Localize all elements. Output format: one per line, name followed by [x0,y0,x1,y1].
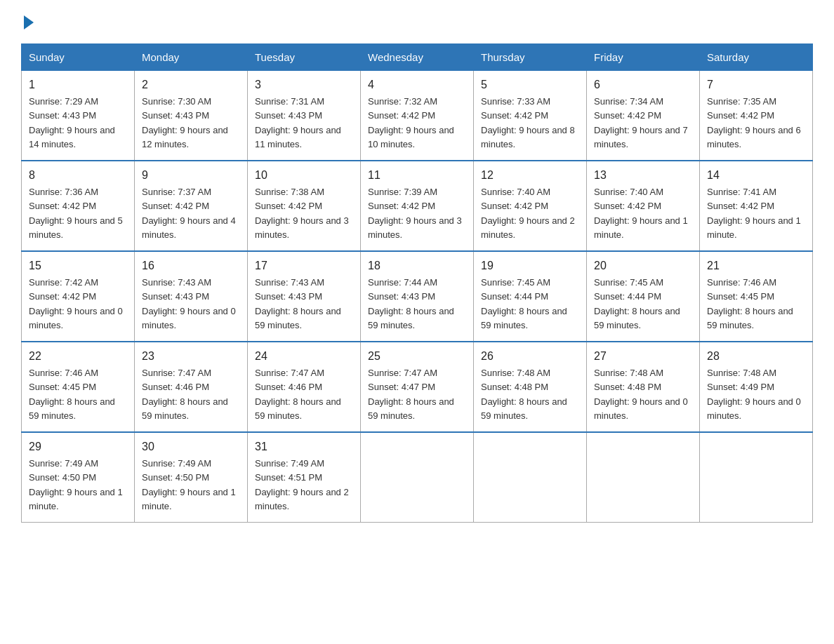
day-number: 5 [481,76,579,93]
calendar-cell [474,432,587,523]
week-row-4: 22 Sunrise: 7:46 AMSunset: 4:45 PMDaylig… [22,342,813,432]
calendar-cell: 31 Sunrise: 7:49 AMSunset: 4:51 PMDaylig… [248,432,361,523]
day-info: Sunrise: 7:46 AMSunset: 4:45 PMDaylight:… [29,368,115,421]
calendar-cell: 10 Sunrise: 7:38 AMSunset: 4:42 PMDaylig… [248,161,361,251]
day-number: 20 [594,257,692,274]
day-number: 4 [368,76,466,93]
day-info: Sunrise: 7:43 AMSunset: 4:43 PMDaylight:… [255,277,341,330]
page-header [21,14,813,29]
day-info: Sunrise: 7:46 AMSunset: 4:45 PMDaylight:… [707,277,793,330]
day-number: 2 [142,76,240,93]
calendar-cell: 28 Sunrise: 7:48 AMSunset: 4:49 PMDaylig… [700,342,813,432]
header-friday: Friday [587,44,700,71]
calendar-cell: 14 Sunrise: 7:41 AMSunset: 4:42 PMDaylig… [700,161,813,251]
calendar-cell: 9 Sunrise: 7:37 AMSunset: 4:42 PMDayligh… [135,161,248,251]
week-row-5: 29 Sunrise: 7:49 AMSunset: 4:50 PMDaylig… [22,432,813,523]
day-number: 27 [594,348,692,365]
day-info: Sunrise: 7:43 AMSunset: 4:43 PMDaylight:… [142,277,236,330]
header-thursday: Thursday [474,44,587,71]
day-number: 9 [142,167,240,184]
day-number: 22 [29,348,127,365]
day-number: 30 [142,438,240,455]
calendar-cell: 26 Sunrise: 7:48 AMSunset: 4:48 PMDaylig… [474,342,587,432]
day-info: Sunrise: 7:40 AMSunset: 4:42 PMDaylight:… [594,187,688,240]
calendar-cell: 4 Sunrise: 7:32 AMSunset: 4:42 PMDayligh… [361,71,474,161]
week-row-2: 8 Sunrise: 7:36 AMSunset: 4:42 PMDayligh… [22,161,813,251]
calendar-cell: 1 Sunrise: 7:29 AMSunset: 4:43 PMDayligh… [22,71,135,161]
day-info: Sunrise: 7:33 AMSunset: 4:42 PMDaylight:… [481,96,575,149]
day-info: Sunrise: 7:49 AMSunset: 4:50 PMDaylight:… [29,458,123,511]
day-number: 18 [368,257,466,274]
day-info: Sunrise: 7:41 AMSunset: 4:42 PMDaylight:… [707,187,801,240]
week-row-3: 15 Sunrise: 7:42 AMSunset: 4:42 PMDaylig… [22,251,813,342]
calendar-body: 1 Sunrise: 7:29 AMSunset: 4:43 PMDayligh… [22,71,813,523]
calendar-cell: 21 Sunrise: 7:46 AMSunset: 4:45 PMDaylig… [700,251,813,342]
day-info: Sunrise: 7:30 AMSunset: 4:43 PMDaylight:… [142,96,228,149]
day-info: Sunrise: 7:47 AMSunset: 4:46 PMDaylight:… [142,368,228,421]
day-number: 6 [594,76,692,93]
day-info: Sunrise: 7:31 AMSunset: 4:43 PMDaylight:… [255,96,341,149]
calendar-cell: 29 Sunrise: 7:49 AMSunset: 4:50 PMDaylig… [22,432,135,523]
week-row-1: 1 Sunrise: 7:29 AMSunset: 4:43 PMDayligh… [22,71,813,161]
day-info: Sunrise: 7:44 AMSunset: 4:43 PMDaylight:… [368,277,454,330]
calendar-cell: 8 Sunrise: 7:36 AMSunset: 4:42 PMDayligh… [22,161,135,251]
day-number: 19 [481,257,579,274]
day-info: Sunrise: 7:38 AMSunset: 4:42 PMDaylight:… [255,187,349,240]
day-info: Sunrise: 7:47 AMSunset: 4:47 PMDaylight:… [368,368,454,421]
calendar-cell: 18 Sunrise: 7:44 AMSunset: 4:43 PMDaylig… [361,251,474,342]
day-number: 17 [255,257,353,274]
calendar-cell: 24 Sunrise: 7:47 AMSunset: 4:46 PMDaylig… [248,342,361,432]
day-number: 14 [707,167,805,184]
day-number: 25 [368,348,466,365]
day-number: 3 [255,76,353,93]
logo [21,14,34,29]
day-number: 28 [707,348,805,365]
day-info: Sunrise: 7:37 AMSunset: 4:42 PMDaylight:… [142,187,236,240]
day-info: Sunrise: 7:29 AMSunset: 4:43 PMDaylight:… [29,96,115,149]
calendar-cell: 6 Sunrise: 7:34 AMSunset: 4:42 PMDayligh… [587,71,700,161]
calendar-cell: 3 Sunrise: 7:31 AMSunset: 4:43 PMDayligh… [248,71,361,161]
header-saturday: Saturday [700,44,813,71]
header-tuesday: Tuesday [248,44,361,71]
calendar-cell: 7 Sunrise: 7:35 AMSunset: 4:42 PMDayligh… [700,71,813,161]
calendar-cell: 22 Sunrise: 7:46 AMSunset: 4:45 PMDaylig… [22,342,135,432]
calendar-cell: 15 Sunrise: 7:42 AMSunset: 4:42 PMDaylig… [22,251,135,342]
day-info: Sunrise: 7:32 AMSunset: 4:42 PMDaylight:… [368,96,454,149]
day-info: Sunrise: 7:35 AMSunset: 4:42 PMDaylight:… [707,96,801,149]
calendar-cell: 13 Sunrise: 7:40 AMSunset: 4:42 PMDaylig… [587,161,700,251]
day-number: 15 [29,257,127,274]
day-number: 11 [368,167,466,184]
day-number: 23 [142,348,240,365]
day-info: Sunrise: 7:34 AMSunset: 4:42 PMDaylight:… [594,96,688,149]
day-number: 1 [29,76,127,93]
day-number: 24 [255,348,353,365]
day-number: 10 [255,167,353,184]
day-number: 31 [255,438,353,455]
day-info: Sunrise: 7:42 AMSunset: 4:42 PMDaylight:… [29,277,123,330]
day-number: 12 [481,167,579,184]
calendar-cell: 27 Sunrise: 7:48 AMSunset: 4:48 PMDaylig… [587,342,700,432]
day-info: Sunrise: 7:39 AMSunset: 4:42 PMDaylight:… [368,187,462,240]
header-sunday: Sunday [22,44,135,71]
calendar-cell: 25 Sunrise: 7:47 AMSunset: 4:47 PMDaylig… [361,342,474,432]
day-info: Sunrise: 7:48 AMSunset: 4:49 PMDaylight:… [707,368,801,421]
day-number: 16 [142,257,240,274]
day-number: 8 [29,167,127,184]
day-info: Sunrise: 7:47 AMSunset: 4:46 PMDaylight:… [255,368,341,421]
day-number: 21 [707,257,805,274]
header-row: SundayMondayTuesdayWednesdayThursdayFrid… [22,44,813,71]
day-info: Sunrise: 7:45 AMSunset: 4:44 PMDaylight:… [594,277,680,330]
day-number: 7 [707,76,805,93]
day-info: Sunrise: 7:45 AMSunset: 4:44 PMDaylight:… [481,277,567,330]
calendar-cell: 11 Sunrise: 7:39 AMSunset: 4:42 PMDaylig… [361,161,474,251]
logo-arrow-icon [24,15,34,29]
calendar-cell [587,432,700,523]
day-number: 29 [29,438,127,455]
calendar-cell: 2 Sunrise: 7:30 AMSunset: 4:43 PMDayligh… [135,71,248,161]
calendar-cell: 23 Sunrise: 7:47 AMSunset: 4:46 PMDaylig… [135,342,248,432]
calendar-cell: 5 Sunrise: 7:33 AMSunset: 4:42 PMDayligh… [474,71,587,161]
header-monday: Monday [135,44,248,71]
calendar-cell [700,432,813,523]
day-info: Sunrise: 7:40 AMSunset: 4:42 PMDaylight:… [481,187,575,240]
day-info: Sunrise: 7:36 AMSunset: 4:42 PMDaylight:… [29,187,123,240]
